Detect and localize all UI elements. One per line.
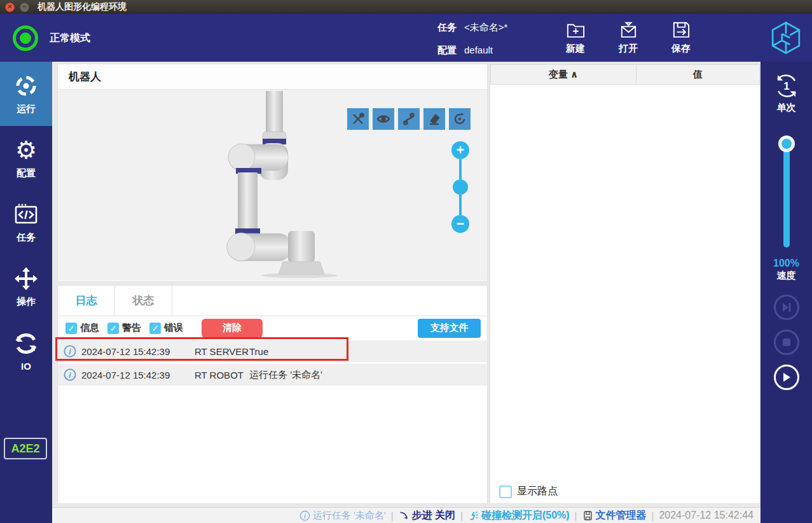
zoom-slider-knob[interactable] [453, 179, 468, 195]
window-title: 机器人图形化编程环境 [38, 1, 127, 13]
task-field: 任务 <未命名>* [437, 22, 507, 34]
tools-icon [351, 112, 365, 126]
zoom-out-button[interactable]: − [451, 215, 469, 233]
tab-status[interactable]: 状态 [115, 286, 172, 316]
new-folder-icon [565, 19, 586, 40]
log-row[interactable]: i 2024-07-12 15:42:39 RT SERVER True [58, 340, 487, 362]
sidebar-item-label: 任务 [17, 232, 36, 244]
filter-info-checkbox[interactable]: ✓ [65, 323, 77, 334]
svg-text:i: i [69, 371, 71, 380]
open-task-button[interactable]: 打开 [612, 19, 644, 55]
speed-slider-knob[interactable] [778, 136, 795, 152]
step-forward-icon [781, 302, 792, 313]
step-forward-button[interactable] [774, 295, 799, 320]
filter-error-label: 错误 [164, 322, 183, 334]
sidebar-item-run[interactable]: 运行 [0, 62, 52, 126]
play-button[interactable] [774, 365, 799, 390]
sidebar-item-label: IO [21, 361, 31, 372]
open-task-label: 打开 [619, 43, 638, 55]
zoom-in-button[interactable]: + [451, 141, 469, 159]
column-header-variable[interactable]: 变量 ∧ [490, 64, 636, 85]
log-row[interactable]: i 2024-07-12 15:42:39 RT ROBOT 运行任务 '未命名… [58, 364, 487, 386]
new-task-button[interactable]: 新建 [560, 19, 591, 55]
log-source: RT SERVER [195, 346, 249, 357]
file-manager-button[interactable]: 文件管理器 [582, 509, 647, 522]
filter-warning-checkbox[interactable]: ✓ [107, 323, 119, 334]
loop-once-icon: 1 [772, 71, 801, 101]
os-titlebar: ✕ − 机器人图形化编程环境 [0, 0, 812, 14]
status-step-mode[interactable]: 步进 关闭 [399, 509, 455, 522]
clear-log-button[interactable]: 清除 [202, 319, 263, 338]
sidebar-item-operate[interactable]: 操作 [0, 255, 52, 319]
sidebar-item-config[interactable]: ⚙ 配置 [0, 126, 52, 190]
variables-header: 变量 ∧ 值 [490, 64, 760, 85]
sidebar-item-label: 操作 [17, 296, 36, 308]
info-icon: i [64, 345, 76, 358]
status-step-mode-label: 步进 关闭 [412, 509, 455, 522]
stop-button[interactable] [774, 330, 799, 355]
path-button[interactable] [398, 108, 420, 130]
speed-slider[interactable] [778, 136, 795, 248]
eye-icon [376, 112, 390, 126]
support-files-button[interactable]: 支持文件 [418, 319, 481, 338]
svg-text:1: 1 [783, 80, 789, 92]
robot-panel-title: 机器人 [58, 64, 487, 90]
rotate-icon [453, 112, 467, 126]
variables-panel: 变量 ∧ 值 显示路点 [490, 64, 760, 504]
robot-arm-image [222, 91, 355, 281]
reset-view-button[interactable] [449, 108, 471, 130]
visibility-button[interactable] [373, 108, 394, 130]
log-panel: 日志 状态 ✓ 信息 ✓ 警告 ✓ 错误 清除 支持文件 i 2024-07-1… [57, 285, 488, 504]
status-running-task[interactable]: i 运行任务 '未命名' [299, 510, 386, 522]
column-header-value[interactable]: 值 [636, 64, 760, 85]
stop-icon [781, 337, 792, 348]
save-icon [671, 19, 692, 40]
eraser-icon [427, 112, 441, 126]
status-divider: | [460, 510, 463, 521]
move-arrows-icon [13, 266, 39, 291]
window-minimize-icon[interactable]: − [20, 3, 29, 12]
window-close-icon[interactable]: ✕ [5, 3, 15, 12]
sidebar-item-label: 运行 [17, 103, 36, 115]
status-running-task-label: 运行任务 '未命名' [313, 510, 386, 522]
path-icon [402, 112, 416, 126]
show-waypoints-label: 显示路点 [517, 485, 558, 498]
status-collision-detection[interactable]: 碰撞检测开启(50%) [468, 509, 570, 522]
code-window-icon [13, 202, 39, 227]
status-bar: i 运行任务 '未命名' | 步进 关闭 | 碰撞检测开启(50%) | [52, 507, 760, 523]
robot-3d-view[interactable]: + − [58, 90, 487, 281]
log-tabs: 日志 状态 [58, 286, 487, 316]
svg-text:i: i [304, 512, 306, 519]
task-label: 任务 [437, 22, 457, 34]
task-value: <未命名>* [464, 22, 507, 34]
info-icon: i [64, 368, 76, 381]
filter-error-checkbox[interactable]: ✓ [149, 323, 161, 334]
log-filter-row: ✓ 信息 ✓ 警告 ✓ 错误 清除 支持文件 [58, 316, 487, 338]
cube-logo-icon [770, 20, 802, 55]
log-time: 2024-07-12 15:42:39 [81, 346, 195, 357]
speed-value: 100% [773, 258, 799, 269]
loop-mode-label: 单次 [777, 102, 796, 114]
collision-icon [468, 510, 479, 521]
open-icon [618, 19, 639, 40]
filter-warning-label: 警告 [122, 322, 141, 334]
run-target-icon [13, 73, 39, 99]
show-waypoints-checkbox[interactable] [499, 485, 512, 498]
save-task-button[interactable]: 保存 [665, 19, 697, 55]
tab-log[interactable]: 日志 [58, 286, 115, 316]
eraser-button[interactable] [423, 108, 445, 130]
loop-mode-control[interactable]: 1 单次 [772, 71, 801, 114]
tools-button[interactable] [347, 108, 369, 130]
robot-panel: 机器人 [57, 64, 488, 282]
sidebar-item-task[interactable]: 任务 [0, 190, 52, 255]
app-header: 正常模式 任务 <未命名>* 配置 default 新建 [0, 14, 812, 62]
zoom-track [459, 195, 462, 215]
step-arrow-icon [399, 510, 409, 521]
sidebar-item-io[interactable]: IO [0, 319, 52, 383]
save-task-label: 保存 [671, 43, 691, 55]
header-actions: 新建 打开 保存 [560, 19, 697, 55]
run-sidebar: 1 单次 100% 速度 [760, 62, 812, 523]
status-divider: | [391, 510, 394, 521]
status-timestamp: 2024-07-12 15:42:44 [659, 510, 754, 521]
log-message: 运行任务 '未命名' [249, 369, 322, 381]
